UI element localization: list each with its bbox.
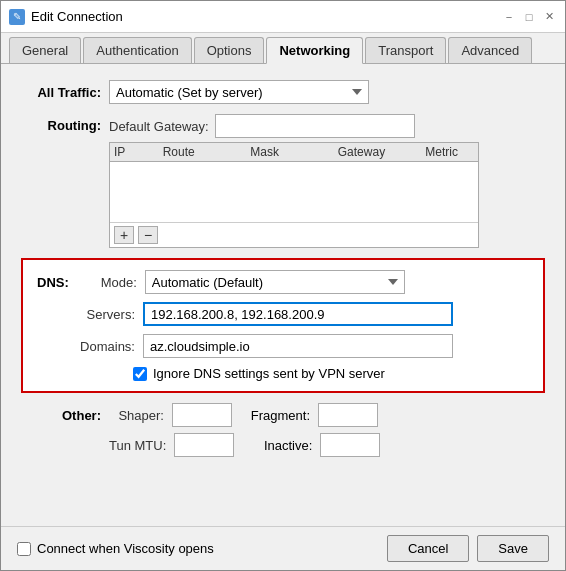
default-gateway-row: Default Gateway:: [109, 114, 479, 138]
all-traffic-select[interactable]: Automatic (Set by server)Force All Traff…: [109, 80, 369, 104]
main-content: All Traffic: Automatic (Set by server)Fo…: [1, 64, 565, 526]
other-shaper-row: Other: Shaper: Fragment:: [21, 403, 545, 427]
window-title: Edit Connection: [31, 9, 123, 24]
dns-label: DNS:: [37, 275, 69, 290]
add-route-button[interactable]: +: [114, 226, 134, 244]
routing-table: IP Route Mask Gateway Metric + −: [109, 142, 479, 248]
dns-mode-select[interactable]: Automatic (Default)ManualDisabled: [145, 270, 405, 294]
col-header-gateway: Gateway: [338, 145, 426, 159]
window: ✎ Edit Connection − □ ✕ General Authenti…: [0, 0, 566, 571]
minimize-button[interactable]: −: [501, 9, 517, 25]
routing-table-header: IP Route Mask Gateway Metric: [110, 143, 478, 162]
routing-label: Routing:: [21, 114, 101, 133]
dns-mode-row: DNS: Mode: Automatic (Default)ManualDisa…: [37, 270, 529, 294]
tab-bar: General Authentication Options Networkin…: [1, 33, 565, 64]
tab-general[interactable]: General: [9, 37, 81, 63]
title-bar-controls: − □ ✕: [501, 9, 557, 25]
dns-domains-input[interactable]: [143, 334, 453, 358]
default-gateway-input[interactable]: [215, 114, 415, 138]
dns-servers-row: Servers:: [37, 302, 529, 326]
dns-domains-label: Domains:: [75, 339, 135, 354]
tun-mtu-input[interactable]: [174, 433, 234, 457]
other-label: Other:: [21, 408, 101, 423]
routing-table-footer: + −: [110, 222, 478, 247]
all-traffic-label: All Traffic:: [21, 85, 101, 100]
shaper-input[interactable]: [172, 403, 232, 427]
shaper-label: Shaper:: [109, 408, 164, 423]
inactive-input[interactable]: [320, 433, 380, 457]
tab-options[interactable]: Options: [194, 37, 265, 63]
connect-on-open-checkbox[interactable]: [17, 542, 31, 556]
remove-route-button[interactable]: −: [138, 226, 158, 244]
title-bar: ✎ Edit Connection − □ ✕: [1, 1, 565, 33]
tab-authentication[interactable]: Authentication: [83, 37, 191, 63]
dns-servers-input[interactable]: [143, 302, 453, 326]
ignore-dns-label: Ignore DNS settings sent by VPN server: [153, 366, 385, 381]
col-header-ip: IP: [114, 145, 163, 159]
footer-left: Connect when Viscosity opens: [17, 541, 379, 556]
inactive-label: Inactive:: [242, 438, 312, 453]
routing-table-body: [110, 162, 478, 222]
fragment-label: Fragment:: [240, 408, 310, 423]
dns-checkbox-row: Ignore DNS settings sent by VPN server: [37, 366, 529, 381]
all-traffic-row: All Traffic: Automatic (Set by server)Fo…: [21, 80, 545, 104]
save-button[interactable]: Save: [477, 535, 549, 562]
routing-right: Default Gateway: IP Route Mask Gateway M…: [109, 114, 479, 248]
restore-button[interactable]: □: [521, 9, 537, 25]
footer: Connect when Viscosity opens Cancel Save: [1, 526, 565, 570]
dns-section: DNS: Mode: Automatic (Default)ManualDisa…: [21, 258, 545, 393]
tun-mtu-label: Tun MTU:: [109, 438, 166, 453]
col-header-route: Route: [163, 145, 251, 159]
connect-on-open-label: Connect when Viscosity opens: [37, 541, 214, 556]
routing-row: Routing: Default Gateway: IP Route Mask …: [21, 114, 545, 248]
other-mtu-row: Tun MTU: Inactive:: [21, 433, 545, 457]
tab-advanced[interactable]: Advanced: [448, 37, 532, 63]
tab-transport[interactable]: Transport: [365, 37, 446, 63]
ignore-dns-checkbox[interactable]: [133, 367, 147, 381]
other-section: Other: Shaper: Fragment: Tun MTU: Inacti…: [21, 403, 545, 457]
cancel-button[interactable]: Cancel: [387, 535, 469, 562]
window-icon: ✎: [9, 9, 25, 25]
close-button[interactable]: ✕: [541, 9, 557, 25]
tab-networking[interactable]: Networking: [266, 37, 363, 64]
dns-domains-row: Domains:: [37, 334, 529, 358]
fragment-input[interactable]: [318, 403, 378, 427]
default-gateway-label: Default Gateway:: [109, 119, 209, 134]
dns-mode-label: Mode:: [77, 275, 137, 290]
col-header-mask: Mask: [250, 145, 338, 159]
title-bar-left: ✎ Edit Connection: [9, 9, 123, 25]
col-header-metric: Metric: [425, 145, 474, 159]
dns-servers-label: Servers:: [75, 307, 135, 322]
